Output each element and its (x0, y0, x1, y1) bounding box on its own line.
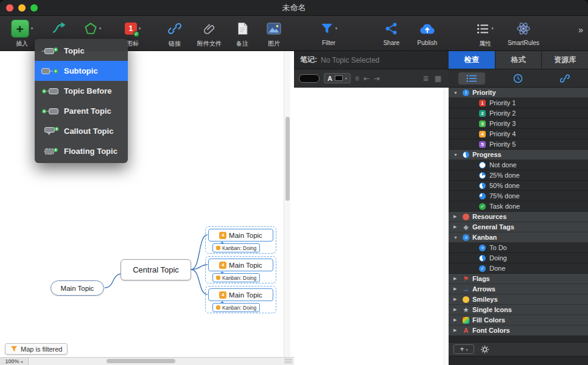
central-topic-node[interactable]: Central Topic (121, 259, 191, 280)
icon-list-tab[interactable] (449, 69, 495, 87)
table-icon[interactable]: ▦ (435, 75, 441, 82)
disclosure-triangle-icon[interactable]: ▶ (453, 224, 460, 229)
chevron-down-icon: ▾ (491, 26, 494, 31)
tree-row-label: Priority (472, 89, 496, 96)
links-tab[interactable] (542, 69, 588, 87)
tree-item-50-done[interactable]: 50% done (449, 181, 588, 191)
vertical-scroll-thumb[interactable] (285, 117, 290, 201)
tree-item-priority-3[interactable]: 3Priority 3 (449, 119, 588, 129)
publish-button[interactable]: Publish (402, 18, 453, 46)
disclosure-triangle-icon[interactable]: ▼ (453, 153, 460, 157)
toolbar-item-label: 图片 (268, 40, 280, 48)
tree-group-kanban[interactable]: ▼≡Kanban (449, 232, 588, 243)
fill-colors-icon (463, 317, 469, 324)
align-icon[interactable]: ≡ (355, 75, 359, 82)
main-topic-node[interactable]: 4Main Topic (208, 229, 273, 242)
chevron-down-icon: ▾ (139, 26, 141, 31)
kanban-callout[interactable]: Kanban: Doing (212, 273, 260, 282)
background-color-well[interactable] (299, 74, 320, 83)
menu-item-subtopic[interactable]: Subtopic (35, 61, 128, 81)
filter-badge-label: Map is filtered (21, 346, 62, 353)
indent-increase-icon[interactable]: ⇥ (374, 75, 380, 82)
indent-decrease-icon[interactable]: ⇤ (363, 75, 369, 82)
menu-item-floating-topic[interactable]: Floating Topic (35, 141, 128, 161)
disclosure-triangle-icon[interactable]: ▶ (453, 307, 460, 312)
selected-topic-group[interactable]: 4Main TopicKanban: Doing (205, 226, 276, 254)
menu-item-callout-topic[interactable]: Callout Topic (35, 121, 128, 141)
disclosure-triangle-icon[interactable]: ▶ (453, 328, 460, 333)
floating-topic-node[interactable]: Main Topic (51, 280, 104, 296)
toolbar-item-label: 插入 (16, 40, 28, 48)
kanban-callout[interactable]: Kanban: Doing (212, 243, 260, 252)
disclosure-triangle-icon[interactable]: ▶ (453, 287, 460, 291)
main-topic-node[interactable]: 4Main Topic (208, 288, 273, 301)
disclosure-triangle-icon[interactable]: ▼ (453, 235, 460, 240)
tab-resources[interactable]: 资源库 (542, 51, 588, 69)
notes-editor[interactable] (294, 88, 449, 365)
tree-item-not-done[interactable]: Not done (449, 160, 588, 170)
tree-group-font-colors[interactable]: ▶AFont Colors (449, 325, 588, 336)
kanban-icon: ≡ (463, 234, 469, 241)
font-color-a-icon: A (327, 75, 332, 82)
menu-item-topic[interactable]: Topic (35, 41, 128, 61)
menu-item-parent-topic[interactable]: Parent Topic (35, 101, 128, 121)
tab-format[interactable]: 格式 (495, 51, 542, 69)
tree-item-doing[interactable]: Doing (449, 253, 588, 263)
tree-item-25-done[interactable]: 25% done (449, 170, 588, 181)
tree-group-arrows[interactable]: ▶→Arrows (449, 284, 588, 294)
paperclip-icon (203, 22, 216, 35)
tree-group-fill-colors[interactable]: ▶Fill Colors (449, 315, 588, 325)
tree-group-priority[interactable]: ▼!Priority (449, 88, 588, 98)
canvas-vertical-scrollbar[interactable] (284, 51, 290, 357)
filter-status-badge[interactable]: Map is filtered (5, 343, 68, 355)
insert-dropdown-menu: TopicSubtopicTopic BeforeParent TopicCal… (35, 39, 128, 163)
tab-inspect[interactable]: 检查 (449, 51, 495, 69)
notes-scrollbar[interactable] (444, 88, 449, 365)
filter-button[interactable]: ▾Filter (303, 18, 354, 46)
tree-item-priority-4[interactable]: 4Priority 4 (449, 129, 588, 139)
image-button[interactable]: 图片 (248, 18, 299, 48)
disclosure-triangle-icon[interactable]: ▶ (453, 276, 460, 281)
tree-item-to-do[interactable]: ≡To Do (449, 243, 588, 253)
tree-item-priority-2[interactable]: 2Priority 2 (449, 108, 588, 119)
menu-item-label: Topic Before (64, 86, 112, 96)
disclosure-triangle-icon[interactable]: ▶ (453, 297, 460, 302)
menu-item-label: Parent Topic (64, 106, 111, 116)
disclosure-triangle-icon[interactable]: ▼ (453, 91, 460, 95)
list-icon[interactable]: ≣ (423, 75, 429, 82)
settings-gear-button[interactable] (480, 345, 489, 354)
tree-item-75-done[interactable]: 75% done (449, 191, 588, 201)
smartrules-button[interactable]: SmartRules (498, 18, 549, 46)
tree-row-label: Priority 4 (489, 130, 516, 137)
zoom-control[interactable]: 100% ▾ (0, 358, 29, 365)
selected-topic-group[interactable]: 4Main TopicKanban: Doing (205, 286, 276, 313)
disclosure-triangle-icon[interactable]: ▶ (453, 318, 460, 322)
tree-group-progress[interactable]: ▼Progress (449, 150, 588, 160)
tree-group-general-tags[interactable]: ▶◆General Tags (449, 222, 588, 232)
tree-row-label: Single Icons (472, 306, 512, 313)
font-color-chip[interactable]: A ▾ (324, 73, 351, 83)
tree-group-smileys[interactable]: ▶Smileys (449, 294, 588, 305)
toolbar-overflow-button[interactable]: » (578, 25, 583, 35)
menu-item-topic-before[interactable]: Topic Before (35, 81, 128, 101)
selected-topic-group[interactable]: 4Main TopicKanban: Doing (205, 256, 276, 283)
tree-row-label: General Tags (472, 223, 514, 231)
add-icon-group-button[interactable]: + ▾ (453, 344, 474, 354)
canvas-horizontal-scrollbar[interactable] (107, 359, 175, 363)
tree-row-label: 50% done (489, 182, 520, 189)
tree-item-task-done[interactable]: ✓Task done (449, 201, 588, 212)
recent-tab[interactable] (495, 69, 541, 87)
tree-group-resources[interactable]: ▶Resources (449, 212, 588, 222)
share-icon (385, 22, 398, 35)
tree-item-priority-1[interactable]: 1Priority 1 (449, 98, 588, 108)
window-title: 未命名 (0, 0, 588, 16)
splitter-grip[interactable] (284, 359, 292, 364)
menu-item-label: Topic (64, 46, 85, 55)
main-topic-node[interactable]: 4Main Topic (208, 259, 273, 271)
tree-item-done[interactable]: ✓Done (449, 263, 588, 274)
kanban-callout[interactable]: Kanban: Doing (212, 303, 260, 312)
tree-item-priority-5[interactable]: 5Priority 5 (449, 139, 588, 150)
tree-group-single-icons[interactable]: ▶★Single Icons (449, 305, 588, 315)
tree-group-flags[interactable]: ▶⚑Flags (449, 274, 588, 284)
disclosure-triangle-icon[interactable]: ▶ (453, 214, 460, 219)
